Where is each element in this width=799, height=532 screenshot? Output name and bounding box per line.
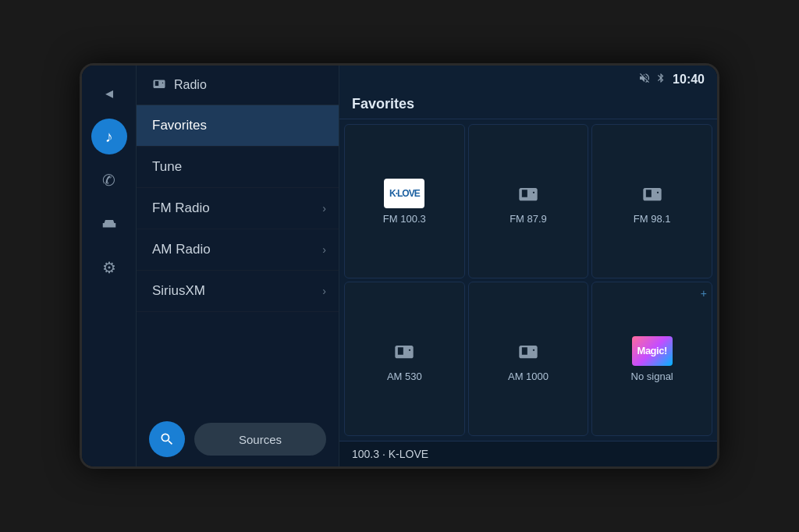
fm-radio-chevron: ›	[322, 202, 326, 215]
menu-header-title: Radio	[174, 78, 207, 92]
search-button[interactable]	[149, 421, 185, 457]
menu-item-am-radio-label: AM Radio	[152, 242, 211, 257]
fm879-label: FM 87.9	[510, 213, 547, 225]
favorites-section-title: Favorites	[339, 93, 717, 119]
menu-item-tune[interactable]: Tune	[137, 147, 339, 188]
favorite-item-magic[interactable]: + Magic! No signal	[591, 282, 712, 436]
phone-icon: ✆	[102, 171, 115, 190]
fm981-label: FM 98.1	[634, 213, 671, 225]
favorite-item-klove[interactable]: K·LOVE FM 100.3	[344, 124, 465, 278]
main-content: 10:40 Favorites K·LOVE FM 100.3	[339, 66, 717, 466]
magic-label: No signal	[631, 371, 673, 382]
menu-item-tune-label: Tune	[152, 159, 182, 175]
car-icon	[101, 215, 118, 232]
now-playing-bar: 100.3 · K-LOVE	[339, 441, 717, 466]
klove-logo: K·LOVE	[384, 179, 424, 208]
sidebar: ◂ ♪ ✆ ⚙	[82, 66, 137, 466]
am530-label: AM 530	[387, 371, 422, 382]
music-icon: ♪	[105, 128, 113, 146]
favorite-item-fm981[interactable]: FM 98.1	[591, 124, 712, 278]
am530-logo	[384, 336, 424, 366]
favorite-item-fm879[interactable]: FM 87.9	[468, 124, 589, 278]
fm879-logo	[508, 179, 549, 208]
menu-item-fm-radio[interactable]: FM Radio ›	[137, 188, 339, 229]
klove-label: FM 100.3	[383, 213, 426, 225]
clock: 10:40	[673, 73, 705, 87]
screen-bezel: ◂ ♪ ✆ ⚙	[80, 63, 719, 469]
screen-content: ◂ ♪ ✆ ⚙	[82, 66, 717, 466]
settings-icon: ⚙	[102, 258, 116, 277]
am1000-label: AM 1000	[508, 371, 549, 382]
status-icons	[638, 72, 666, 87]
menu-item-siriusxm-label: SiriusXM	[152, 283, 205, 299]
sidebar-item-navigation[interactable]: ◂	[91, 75, 127, 111]
magic-logo: Magic!	[632, 336, 673, 366]
favorites-grid: K·LOVE FM 100.3 FM 87.9	[339, 119, 717, 441]
menu-item-favorites[interactable]: Favorites	[137, 105, 339, 147]
muted-icon	[638, 72, 651, 87]
add-icon: +	[701, 287, 707, 300]
am1000-logo	[508, 336, 549, 366]
sidebar-item-music[interactable]: ♪	[91, 119, 127, 154]
bluetooth-icon	[655, 72, 666, 87]
sidebar-item-car[interactable]	[91, 206, 127, 242]
sources-label: Sources	[239, 433, 282, 446]
sources-button[interactable]: Sources	[194, 423, 326, 456]
menu-header: Radio	[137, 66, 339, 105]
siriusxm-chevron: ›	[322, 285, 326, 297]
navigation-icon: ◂	[105, 83, 113, 102]
top-bar: 10:40	[339, 66, 717, 93]
menu-bottom: Sources	[137, 412, 339, 466]
favorite-item-am1000[interactable]: AM 1000	[468, 282, 589, 436]
sidebar-item-settings[interactable]: ⚙	[91, 250, 127, 286]
menu-item-am-radio[interactable]: AM Radio ›	[137, 229, 339, 271]
menu-item-favorites-label: Favorites	[152, 118, 207, 133]
favorite-item-am530[interactable]: AM 530	[344, 282, 465, 436]
fm981-logo	[632, 179, 673, 208]
search-icon	[159, 431, 175, 447]
menu-panel: Radio Favorites Tune FM Radio › AM Radio…	[137, 66, 339, 466]
menu-item-fm-radio-label: FM Radio	[152, 200, 210, 216]
am-radio-chevron: ›	[322, 243, 326, 256]
radio-header-icon	[152, 76, 166, 94]
sidebar-item-phone[interactable]: ✆	[91, 162, 127, 198]
menu-item-siriusxm[interactable]: SiriusXM ›	[137, 271, 339, 312]
